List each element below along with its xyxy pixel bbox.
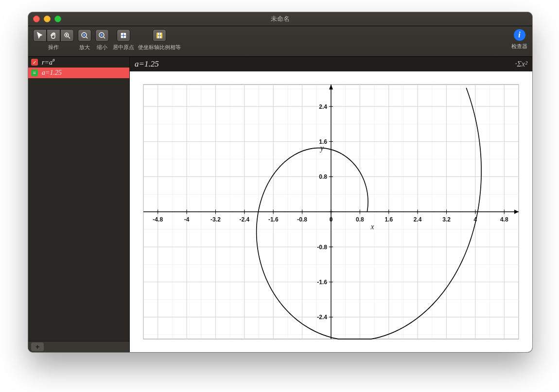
zoom-out-tool-group: 缩小	[95, 29, 109, 51]
toolbar: 操作 放大 缩小	[28, 26, 532, 57]
svg-text:0: 0	[330, 216, 333, 223]
inspector-tool-group: i 检查器	[511, 29, 527, 50]
titlebar[interactable]: 未命名	[28, 12, 532, 26]
zoom-in-label: 放大	[79, 44, 90, 51]
svg-rect-9	[161, 33, 162, 38]
plot-canvas[interactable]: -4.8-4-3.2-2.4-1.6-0.800.81.62.43.244.8-…	[139, 80, 524, 343]
sidebar-bottom-bar: +	[28, 341, 129, 352]
pointer-icon	[36, 32, 44, 39]
minimize-window-button[interactable]	[44, 16, 51, 22]
sigma-button[interactable]: ·Σx²	[515, 60, 527, 68]
fullscreen-window-button[interactable]	[54, 16, 61, 22]
svg-text:-4: -4	[184, 216, 190, 223]
equation-list: ✓r=aθ=a=1.25	[28, 57, 129, 341]
zoom-out-button[interactable]	[95, 29, 109, 42]
svg-text:-3.2: -3.2	[210, 216, 221, 223]
value-bar-text: a=1.25	[135, 59, 159, 69]
add-equation-button[interactable]: +	[31, 342, 44, 351]
svg-text:0.8: 0.8	[319, 173, 327, 181]
svg-text:3.2: 3.2	[442, 216, 451, 223]
center-origin-label: 居中原点	[113, 44, 134, 51]
actions-tool-group: 操作	[33, 29, 74, 51]
svg-text:2.4: 2.4	[414, 216, 422, 223]
svg-text:x: x	[370, 222, 374, 231]
pan-tool-button[interactable]	[47, 29, 60, 42]
svg-text:-4.8: -4.8	[153, 216, 163, 223]
svg-text:-1.6: -1.6	[268, 216, 279, 223]
equal-axes-button[interactable]	[153, 29, 166, 42]
actions-label: 操作	[48, 44, 59, 51]
zoom-rect-tool-button[interactable]	[60, 29, 74, 42]
inspector-button[interactable]: i	[514, 29, 525, 41]
equal-axes-icon	[156, 32, 163, 39]
svg-text:-1.6: -1.6	[317, 278, 327, 286]
zoom-out-icon	[98, 32, 106, 39]
app-window: 未命名 操作	[28, 12, 532, 352]
svg-text:4.8: 4.8	[500, 216, 508, 223]
equation-visibility-checkbox[interactable]: ✓	[31, 59, 38, 66]
center-origin-tool-group: 居中原点	[113, 29, 134, 51]
magnifier-icon	[63, 32, 71, 39]
svg-text:-2.4: -2.4	[240, 216, 250, 223]
sidebar: ✓r=aθ=a=1.25 +	[28, 57, 130, 352]
close-window-button[interactable]	[33, 16, 40, 22]
svg-rect-6	[123, 35, 124, 36]
equation-visibility-checkbox[interactable]: =	[31, 69, 38, 76]
svg-text:1.6: 1.6	[384, 216, 393, 223]
pointer-tool-button[interactable]	[33, 29, 47, 42]
content-area: a=1.25 ·Σx² -4.8-4-3.2-2.4-1.6-0.800.81.…	[130, 57, 532, 352]
zoom-out-label: 缩小	[97, 44, 107, 51]
svg-text:2.4: 2.4	[319, 102, 328, 110]
equation-formula: r=aθ	[42, 58, 54, 67]
hand-icon	[50, 32, 57, 39]
center-origin-icon	[120, 32, 127, 39]
svg-rect-8	[157, 33, 158, 38]
svg-text:-0.8: -0.8	[297, 216, 307, 223]
svg-text:-2.4: -2.4	[317, 313, 328, 321]
window-title: 未命名	[28, 15, 532, 23]
plot-container: -4.8-4-3.2-2.4-1.6-0.800.81.62.43.244.8-…	[130, 71, 532, 352]
equal-axes-label: 使坐标轴比例相等	[138, 44, 181, 51]
equation-formula: a=1.25	[42, 69, 62, 77]
zoom-in-tool-group: 放大	[78, 29, 91, 51]
inspector-label: 检查器	[511, 43, 527, 50]
zoom-in-icon	[81, 32, 88, 39]
info-icon: i	[518, 31, 520, 39]
equation-row[interactable]: =a=1.25	[28, 68, 129, 78]
svg-text:0.8: 0.8	[356, 216, 364, 223]
zoom-in-button[interactable]	[78, 29, 91, 42]
window-controls	[33, 16, 61, 22]
equation-row[interactable]: ✓r=aθ	[28, 57, 129, 68]
equal-axes-tool-group: 使坐标轴比例相等	[138, 29, 181, 51]
value-bar: a=1.25 ·Σx²	[130, 57, 532, 71]
center-origin-button[interactable]	[117, 29, 130, 42]
svg-text:-0.8: -0.8	[317, 243, 327, 251]
